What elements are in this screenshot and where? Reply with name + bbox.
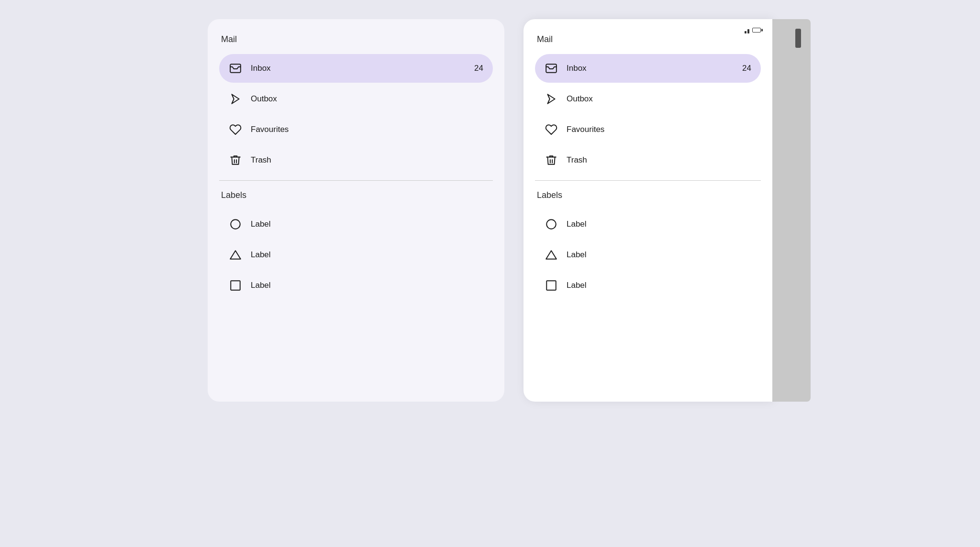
- square-icon: [545, 279, 558, 292]
- svg-point-2: [231, 219, 240, 229]
- inbox-icon: [229, 62, 242, 75]
- right-labels-list: Label Label Label: [535, 210, 761, 300]
- left-label-circle-text: Label: [251, 219, 271, 229]
- svg-rect-5: [546, 64, 557, 72]
- right-trash-label: Trash: [567, 155, 751, 165]
- svg-rect-4: [231, 281, 240, 290]
- inbox-icon: [545, 62, 558, 75]
- status-bar: [745, 27, 761, 33]
- right-label-item-square[interactable]: Label: [535, 271, 761, 300]
- left-label-square-text: Label: [251, 281, 271, 290]
- right-label-item-circle[interactable]: Label: [535, 210, 761, 239]
- outbox-icon: [229, 92, 242, 106]
- left-outbox-label: Outbox: [251, 94, 483, 104]
- scrollbar[interactable]: [795, 29, 801, 48]
- signal-icon: [745, 27, 749, 33]
- right-nav-item-trash[interactable]: Trash: [535, 146, 761, 175]
- triangle-icon: [229, 248, 242, 262]
- favourites-icon: [545, 123, 558, 136]
- battery-icon: [752, 28, 761, 33]
- right-inbox-label: Inbox: [567, 64, 734, 73]
- square-icon: [229, 279, 242, 292]
- right-outbox-label: Outbox: [567, 94, 751, 104]
- left-label-item-triangle[interactable]: Label: [219, 241, 493, 269]
- left-trash-label: Trash: [251, 155, 483, 165]
- right-label-triangle-text: Label: [567, 250, 587, 260]
- favourites-icon: [229, 123, 242, 136]
- right-inbox-badge: 24: [742, 64, 751, 73]
- left-label-item-circle[interactable]: Label: [219, 210, 493, 239]
- left-nav-item-outbox[interactable]: Outbox: [219, 85, 493, 113]
- left-inbox-badge: 24: [474, 64, 483, 73]
- right-label-square-text: Label: [567, 281, 587, 290]
- left-favourites-label: Favourites: [251, 125, 483, 134]
- right-divider: [535, 180, 761, 181]
- triangle-icon: [545, 248, 558, 262]
- right-mail-section-title: Mail: [535, 34, 761, 44]
- left-nav-item-trash[interactable]: Trash: [219, 146, 493, 175]
- outbox-icon: [545, 92, 558, 106]
- left-inbox-label: Inbox: [251, 64, 466, 73]
- trash-icon: [545, 153, 558, 167]
- left-nav-item-favourites[interactable]: Favourites: [219, 115, 493, 144]
- svg-point-7: [546, 219, 556, 229]
- left-divider: [219, 180, 493, 181]
- left-mail-section-title: Mail: [219, 34, 493, 44]
- svg-marker-6: [547, 94, 555, 104]
- left-nav-item-inbox[interactable]: Inbox 24: [219, 54, 493, 83]
- svg-rect-0: [230, 64, 241, 72]
- right-nav-item-favourites[interactable]: Favourites: [535, 115, 761, 144]
- right-nav-item-outbox[interactable]: Outbox: [535, 85, 761, 113]
- left-label-item-square[interactable]: Label: [219, 271, 493, 300]
- svg-marker-1: [232, 94, 239, 104]
- right-labels-section-title: Labels: [535, 190, 761, 200]
- left-panel: Mail Inbox 24 Outbox Favourites: [208, 19, 504, 402]
- left-labels-section-title: Labels: [219, 190, 493, 200]
- right-nav-item-inbox[interactable]: Inbox 24: [535, 54, 761, 83]
- right-favourites-label: Favourites: [567, 125, 751, 134]
- left-label-triangle-text: Label: [251, 250, 271, 260]
- svg-rect-9: [546, 281, 556, 290]
- left-labels-list: Label Label Label: [219, 210, 493, 300]
- right-label-item-triangle[interactable]: Label: [535, 241, 761, 269]
- circle-icon: [229, 218, 242, 231]
- svg-marker-8: [546, 251, 557, 259]
- circle-icon: [545, 218, 558, 231]
- right-label-circle-text: Label: [567, 219, 587, 229]
- trash-icon: [229, 153, 242, 167]
- svg-marker-3: [230, 251, 241, 259]
- right-panel: Mail Inbox 24 Outbox Favourites: [523, 19, 772, 402]
